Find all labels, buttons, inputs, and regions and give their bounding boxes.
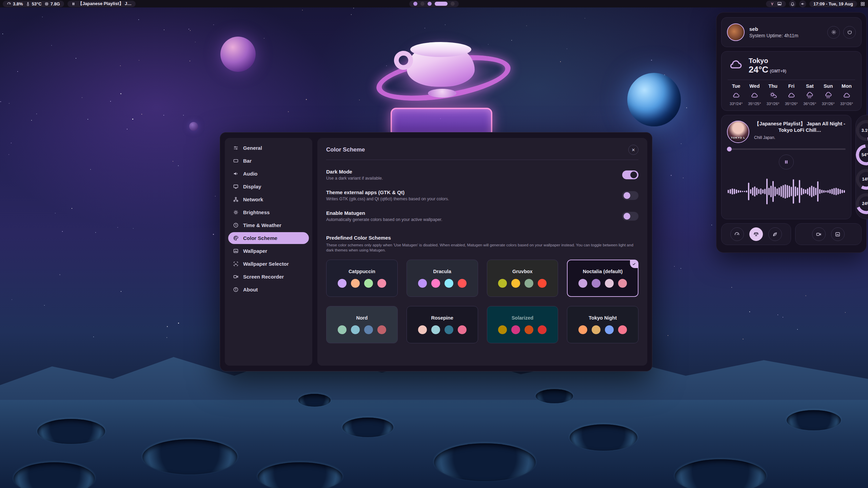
workspace-dot-empty[interactable] (451, 2, 455, 6)
dark-mode-row: Dark Mode Use a dark variant if availabl… (326, 169, 638, 181)
sidebar-item-audio[interactable]: Audio (228, 168, 309, 180)
wallpaper-tray-icon[interactable] (777, 1, 782, 6)
workspace-dot-active[interactable] (435, 2, 448, 6)
performance-icon (734, 231, 740, 237)
pause-button[interactable] (779, 155, 794, 169)
performance-profile-button[interactable] (730, 227, 744, 241)
rain-icon (824, 91, 833, 99)
visualizer-bar (764, 189, 766, 194)
visualizer-bar (783, 185, 784, 198)
visualizer-bar (768, 188, 770, 195)
enable-matugen-row: Enable Matugen Automatically generate co… (326, 210, 638, 222)
scheme-card-noctalia[interactable]: Noctalia (default) (567, 260, 638, 297)
sidebar-item-network[interactable]: Network (228, 194, 309, 205)
bell-icon (790, 2, 795, 6)
workspace-indicator (409, 1, 459, 7)
color-swatch (525, 279, 533, 288)
notifications-button[interactable] (789, 0, 796, 7)
sidebar-item-screen-recorder[interactable]: Screen Recorder (228, 271, 309, 283)
weather-city: Tokyo (749, 57, 786, 64)
crater (342, 418, 393, 437)
scheme-card-solarized[interactable]: Solarized (487, 306, 558, 343)
day-temps: 33°/26° (840, 102, 853, 106)
settings-sidebar: General Bar Audio Display Network Bright… (225, 138, 312, 366)
sidebar-item-color-scheme[interactable]: Color Scheme (228, 232, 309, 244)
sidebar-item-label: Time & Weather (243, 222, 281, 228)
color-swatch (351, 325, 360, 334)
media-pill-label: 【Japanese Playlist】 J… (78, 1, 132, 7)
cpu-gauge: 3.1% (856, 120, 868, 141)
visualizer-bar (809, 187, 810, 196)
power-button[interactable] (843, 26, 856, 39)
sidebar-item-display[interactable]: Display (228, 181, 309, 192)
enable-matugen-toggle[interactable] (622, 212, 638, 221)
scheme-card-nord[interactable]: Nord (326, 306, 398, 343)
memory-gauge-value: 14% (856, 169, 868, 190)
sidebar-item-about[interactable]: About (228, 284, 309, 296)
color-swatch (605, 325, 614, 334)
scheme-card-gruvbox[interactable]: Gruvbox (487, 260, 558, 297)
sidebar-item-time-weather[interactable]: Time & Weather (228, 219, 309, 231)
weather-card: Tokyo 24°C (GMT+9) Tue33°/24°Wed35°/25°T… (721, 51, 862, 111)
cloud-icon (728, 57, 744, 72)
visualizer-bar (766, 179, 768, 204)
scheme-card-dracula[interactable]: Dracula (407, 260, 478, 297)
app-grid-icon[interactable] (860, 1, 865, 6)
divider (728, 80, 855, 80)
settings-dialog: General Bar Audio Display Network Bright… (220, 132, 652, 371)
workspace-dot-occupied[interactable] (428, 2, 432, 6)
crater (570, 424, 637, 451)
clock-pill[interactable]: 17:09 - Tue, 19 Aug (809, 1, 857, 7)
scheme-card-catppuccin[interactable]: Catppuccin (326, 260, 398, 297)
scheme-name: Nord (356, 315, 368, 321)
user-name: seb (749, 26, 798, 32)
settings-button[interactable] (827, 26, 840, 39)
screen-recorder-button[interactable] (812, 227, 826, 241)
media-progress-bar[interactable] (727, 148, 846, 150)
app-tray-icon[interactable] (770, 2, 774, 6)
dark-mode-toggle[interactable] (622, 170, 638, 179)
theme-external-apps-toggle[interactable] (622, 191, 638, 200)
volume-button[interactable] (799, 0, 806, 7)
image-icon (233, 248, 239, 254)
visualizer-bar (835, 188, 837, 195)
visualizer-bar (744, 191, 745, 192)
weather-temp: 24°C (749, 64, 768, 75)
sidebar-item-bar[interactable]: Bar (228, 155, 309, 167)
day-name: Fri (788, 83, 795, 89)
system-stats-pill[interactable]: 3.8% 53°C 7.8G (3, 1, 64, 7)
wallpaper-button[interactable] (831, 227, 845, 241)
sidebar-item-label: Wallpaper (243, 248, 267, 254)
balanced-profile-button[interactable] (749, 227, 763, 241)
visualizer-bar (730, 189, 731, 194)
workspace-dot-empty[interactable] (420, 2, 425, 6)
visualizer-bar (842, 190, 843, 193)
sidebar-item-label: Brightness (243, 209, 270, 215)
visualizer-bar (734, 189, 735, 194)
workspace-dot-occupied[interactable] (413, 2, 417, 6)
sidebar-item-wallpaper[interactable]: Wallpaper (228, 245, 309, 257)
progress-knob[interactable] (727, 147, 732, 151)
visualizer-bar (758, 189, 760, 194)
scheme-card-rosepine[interactable]: Rosepine (407, 306, 478, 343)
close-button[interactable]: ✕ (628, 145, 638, 155)
power-saver-icon (772, 231, 778, 237)
scheme-card-tokyo-night[interactable]: Tokyo Night (567, 306, 638, 343)
pause-icon (72, 2, 75, 6)
power-saver-profile-button[interactable] (768, 227, 782, 241)
sidebar-item-label: Audio (243, 171, 258, 177)
color-swatch (377, 325, 386, 334)
color-swatch (538, 325, 547, 334)
sidebar-item-brightness[interactable]: Brightness (228, 206, 309, 218)
sidebar-item-wallpaper-selector[interactable]: Wallpaper Selector (228, 258, 309, 270)
media-pill[interactable]: 【Japanese Playlist】 J… (67, 1, 136, 7)
sidebar-item-label: Network (243, 197, 263, 202)
visualizer-bar (728, 190, 729, 193)
purple-planet (220, 37, 256, 72)
memory-gauge: 14% (856, 169, 868, 190)
visualizer-bar (807, 188, 808, 195)
sidebar-item-general[interactable]: General (228, 142, 309, 154)
visualizer-bar (819, 189, 821, 194)
day-name: Sat (806, 83, 814, 89)
visualizer-bar (750, 189, 751, 194)
